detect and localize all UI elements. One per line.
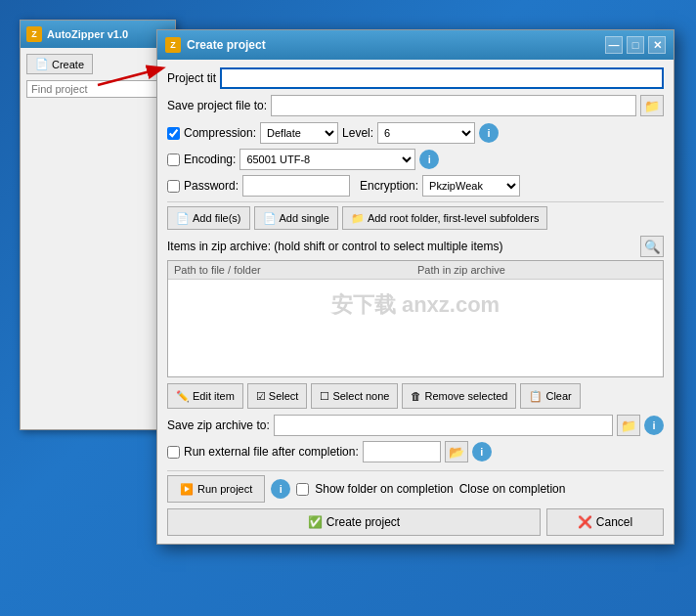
remove-selected-label: Remove selected xyxy=(424,390,507,402)
password-row: Password: Encryption: PkzipWeak AES128 A… xyxy=(167,175,664,197)
save-project-row: Save project file to: 📁 xyxy=(167,95,664,116)
create-project-dialog: Z Create project — □ ✕ Project tit Save … xyxy=(156,29,674,545)
items-label: Items in zip archive: (hold shift or con… xyxy=(167,240,636,253)
create-project-label: Create project xyxy=(326,515,400,529)
dialog-title: Create project xyxy=(187,38,605,52)
add-root-icon: 📁 xyxy=(351,212,365,225)
save-zip-folder-button[interactable]: 📁 xyxy=(617,415,640,436)
separator-2 xyxy=(167,470,664,471)
col-zip-header: Path in zip archive xyxy=(415,263,659,277)
run-project-button[interactable]: ▶️ Run project xyxy=(167,475,265,503)
remove-selected-button[interactable]: 🗑 Remove selected xyxy=(402,383,516,409)
encoding-row: Encoding: 65001 UTF-8 i xyxy=(167,149,664,170)
encoding-checkbox[interactable] xyxy=(167,154,180,166)
compression-label: Compression: xyxy=(184,126,256,140)
add-single-icon: 📄 xyxy=(263,212,277,225)
bg-window-icon: Z xyxy=(26,26,42,42)
project-title-label: Project tit xyxy=(167,71,216,85)
level-select[interactable]: 1234 56789 xyxy=(377,122,475,144)
action-buttons-row: ✏️ Edit item ☑ Select ☐ Select none 🗑 Re… xyxy=(167,383,664,409)
show-folder-checkbox[interactable] xyxy=(296,483,309,496)
add-single-label: Add single xyxy=(280,212,329,224)
encoding-label: Encoding: xyxy=(184,153,236,166)
checkmark-icon: ✅ xyxy=(308,515,323,529)
save-project-input[interactable] xyxy=(271,95,636,116)
close-label: Close on completion xyxy=(459,482,566,496)
select-none-button[interactable]: ☐ Select none xyxy=(311,383,398,409)
separator-1 xyxy=(167,201,664,202)
clear-button[interactable]: 📋 Clear xyxy=(520,383,580,409)
dialog-titlebar: Z Create project — □ ✕ xyxy=(157,30,674,60)
run-external-input[interactable] xyxy=(363,441,441,462)
add-files-icon: 📄 xyxy=(176,212,190,225)
run-external-checkbox[interactable] xyxy=(167,446,180,459)
items-table-header: Path to file / folder Path in zip archiv… xyxy=(168,261,663,280)
compression-checkbox[interactable] xyxy=(167,127,180,140)
add-root-button[interactable]: 📁 Add root folder, first-level subfolder… xyxy=(342,206,547,230)
select-button[interactable]: ☑ Select xyxy=(247,383,308,409)
encryption-label: Encryption: xyxy=(360,179,418,193)
red-arrow xyxy=(93,61,171,90)
add-single-button[interactable]: 📄 Add single xyxy=(254,206,338,230)
run-external-info-button[interactable]: i xyxy=(472,442,492,462)
compression-select[interactable]: Deflate Store BZip2 LZMA xyxy=(260,122,338,144)
add-files-label: Add file(s) xyxy=(193,212,241,224)
save-zip-input[interactable] xyxy=(274,415,613,436)
edit-item-label: Edit item xyxy=(193,390,235,402)
project-title-row: Project tit xyxy=(167,67,664,89)
compression-row: Compression: Deflate Store BZip2 LZMA Le… xyxy=(167,122,664,144)
create-project-button[interactable]: ✅ Create project xyxy=(167,508,541,536)
close-button[interactable]: ✕ xyxy=(648,36,666,54)
save-project-folder-button[interactable]: 📁 xyxy=(640,95,664,116)
encoding-info-button[interactable]: i xyxy=(419,150,439,169)
create-cancel-row: ✅ Create project ❌ Cancel xyxy=(167,508,664,536)
cancel-icon: ❌ xyxy=(578,515,592,529)
run-external-folder-button[interactable]: 📂 xyxy=(445,441,468,462)
titlebar-controls: — □ ✕ xyxy=(605,36,666,54)
items-search-button[interactable]: 🔍 xyxy=(640,236,664,257)
run-external-row: Run external file after completion: 📂 i xyxy=(167,441,664,462)
level-label: Level: xyxy=(342,126,373,140)
pencil-icon: ✏️ xyxy=(176,390,190,403)
password-input[interactable] xyxy=(242,175,350,197)
run-project-row: ▶️ Run project i Show folder on completi… xyxy=(167,475,664,503)
add-root-label: Add root folder, first-level subfolders xyxy=(368,212,539,224)
select-label: Select xyxy=(269,390,299,402)
select-none-icon: ☐ xyxy=(320,390,329,403)
desktop: Z AutoZipper v1.0 📄 Create Z Create proj… xyxy=(0,0,696,616)
clear-icon: 📋 xyxy=(529,390,543,403)
items-table[interactable]: Path to file / folder Path in zip archiv… xyxy=(167,260,664,377)
add-files-toolbar: 📄 Add file(s) 📄 Add single 📁 Add root fo… xyxy=(167,206,664,230)
save-zip-row: Save zip archive to: 📁 i xyxy=(167,415,664,436)
save-zip-label: Save zip archive to: xyxy=(167,418,270,432)
bg-create-button[interactable]: 📄 Create xyxy=(26,54,93,74)
compression-info-button[interactable]: i xyxy=(479,123,499,143)
run-info-button[interactable]: i xyxy=(271,479,290,499)
col-path-header: Path to file / folder xyxy=(172,263,415,277)
dialog-icon: Z xyxy=(165,37,181,53)
bg-window-title: AutoZipper v1.0 xyxy=(47,28,128,40)
select-icon: ☑ xyxy=(256,390,266,403)
show-folder-label: Show folder on completion xyxy=(315,482,453,496)
svg-line-1 xyxy=(98,68,161,85)
encryption-select[interactable]: PkzipWeak AES128 AES192 AES256 xyxy=(422,175,520,197)
run-project-label: Run project xyxy=(197,483,252,495)
bg-window-titlebar: Z AutoZipper v1.0 xyxy=(21,21,175,48)
clear-label: Clear xyxy=(545,390,571,402)
maximize-button[interactable]: □ xyxy=(627,36,644,54)
save-zip-info-button[interactable]: i xyxy=(644,416,664,435)
password-label: Password: xyxy=(184,179,239,193)
run-icon: ▶️ xyxy=(180,483,194,496)
encoding-select[interactable]: 65001 UTF-8 xyxy=(239,149,415,170)
add-files-button[interactable]: 📄 Add file(s) xyxy=(167,206,250,230)
cancel-label: Cancel xyxy=(596,515,632,529)
project-title-input[interactable] xyxy=(220,67,664,89)
select-none-label: Select none xyxy=(332,390,389,402)
remove-icon: 🗑 xyxy=(411,390,421,402)
minimize-button[interactable]: — xyxy=(605,36,623,54)
password-checkbox[interactable] xyxy=(167,180,180,193)
cancel-button[interactable]: ❌ Cancel xyxy=(546,508,664,536)
page-icon: 📄 xyxy=(35,58,49,70)
run-external-label: Run external file after completion: xyxy=(184,445,359,459)
edit-item-button[interactable]: ✏️ Edit item xyxy=(167,383,243,409)
